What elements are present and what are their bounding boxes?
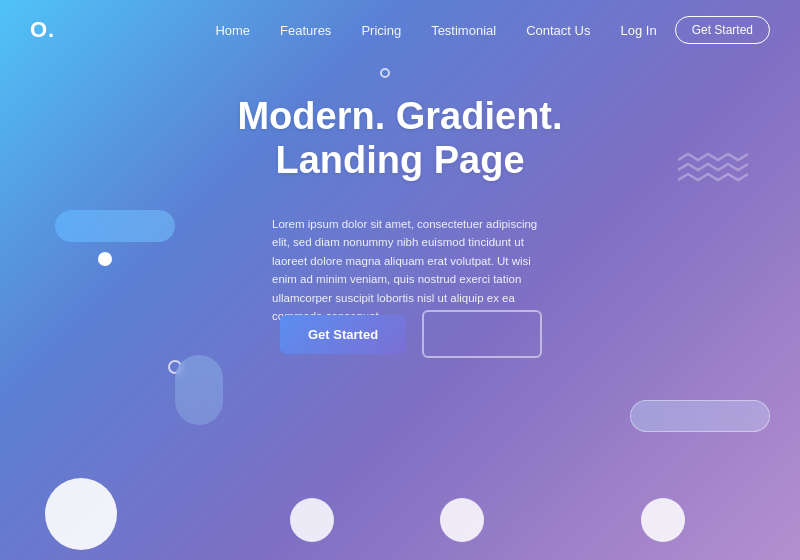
bottom-circle-mid1	[290, 498, 334, 542]
nav-get-started-button[interactable]: Get Started	[675, 16, 770, 44]
bottom-circle-mid3	[641, 498, 685, 542]
hero-title-line2: Landing Page	[275, 139, 524, 181]
bottom-circle-large	[45, 478, 117, 550]
pill-decoration-right	[630, 400, 770, 432]
pill-decoration-left	[55, 210, 175, 242]
nav-link-testimonial[interactable]: Testimonial	[431, 23, 496, 38]
hero-get-started-button[interactable]: Get Started	[280, 315, 406, 354]
page-wrapper: O. Home Features Pricing Testimonial Con…	[0, 0, 800, 560]
nav-link-features[interactable]: Features	[280, 23, 331, 38]
dot-decoration	[98, 252, 112, 266]
login-link[interactable]: Log In	[620, 23, 656, 38]
oval-decoration	[175, 355, 223, 425]
small-circle-decoration	[380, 68, 390, 78]
rect-outline-decoration	[422, 310, 542, 358]
cta-row: Get Started	[280, 310, 542, 358]
nav-links: Home Features Pricing Testimonial Contac…	[215, 23, 590, 38]
nav-link-contact[interactable]: Contact Us	[526, 23, 590, 38]
bottom-circle-mid2	[440, 498, 484, 542]
nav-link-home[interactable]: Home	[215, 23, 250, 38]
nav-actions: Log In Get Started	[620, 16, 770, 44]
logo: O.	[30, 17, 55, 43]
hero-description-container: Lorem ipsum dolor sit amet, consectetuer…	[272, 215, 552, 325]
nav-link-pricing[interactable]: Pricing	[361, 23, 401, 38]
hero-section: Modern. Gradient. Landing Page	[0, 95, 800, 200]
hero-title: Modern. Gradient. Landing Page	[0, 95, 800, 182]
hero-title-line1: Modern. Gradient.	[237, 95, 562, 137]
hero-description: Lorem ipsum dolor sit amet, consectetuer…	[272, 215, 552, 325]
navbar: O. Home Features Pricing Testimonial Con…	[0, 0, 800, 60]
